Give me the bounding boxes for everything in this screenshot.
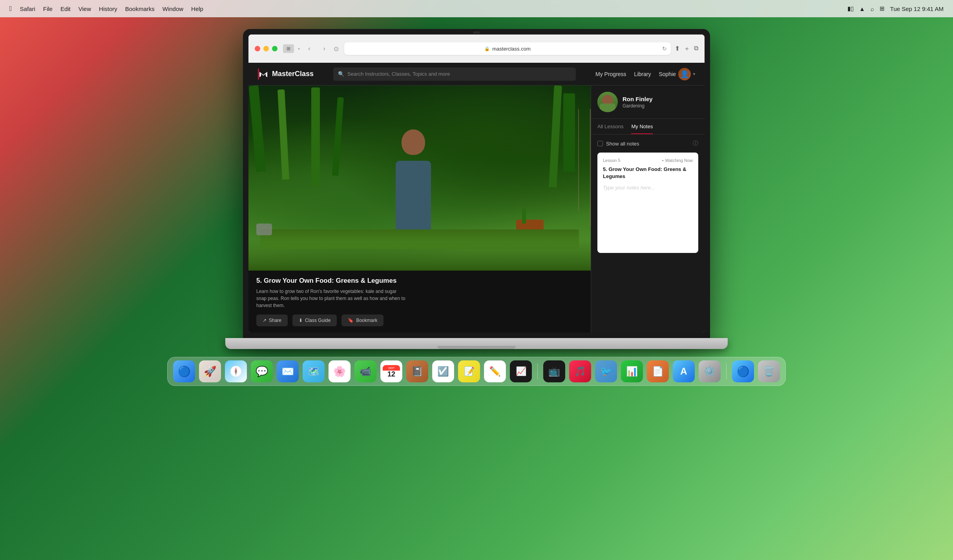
share-label: Share xyxy=(269,318,281,323)
info-icon[interactable]: ⓘ xyxy=(693,140,698,147)
panel-tabs: All Lessons My Notes xyxy=(591,119,705,135)
person-arm-right xyxy=(407,184,431,202)
dock-apple-tv[interactable]: 📺 xyxy=(543,360,565,382)
class-guide-button[interactable]: ⬇ Class Guide xyxy=(292,315,337,326)
plant-3 xyxy=(563,93,575,172)
dock-notes-app[interactable]: 📓 xyxy=(406,360,428,382)
video-info-bar: 5. Grow Your Own Food: Greens & Legumes … xyxy=(248,271,591,333)
window-controls xyxy=(255,46,278,51)
mc-logo-icon xyxy=(258,69,269,80)
menubar:  Safari File Edit View History Bookmark… xyxy=(0,0,953,17)
foreground-plants xyxy=(248,239,591,271)
dock-music[interactable]: 🎵 xyxy=(569,360,591,382)
fullscreen-button[interactable] xyxy=(272,46,278,51)
instructor-info: Ron Finley Gardening xyxy=(623,96,653,109)
menu-edit[interactable]: Edit xyxy=(60,5,71,12)
forward-button[interactable]: › xyxy=(319,43,330,54)
dock-numbers[interactable]: 📊 xyxy=(621,360,643,382)
dock-photos[interactable]: 🌸 xyxy=(329,360,351,382)
menubar-left:  Safari File Edit View History Bookmark… xyxy=(9,5,203,13)
library-link[interactable]: Library xyxy=(634,71,651,77)
dock-stocks[interactable]: 📈 xyxy=(510,360,532,382)
dock-finder[interactable]: 🔵 xyxy=(173,360,195,382)
share-button[interactable]: ↗ Share xyxy=(256,315,288,326)
user-avatar: 👤 xyxy=(678,68,691,80)
video-title: 5. Grow Your Own Food: Greens & Legumes xyxy=(256,277,583,285)
masterclass-logo[interactable]: MasterClass xyxy=(258,69,314,80)
laptop-base xyxy=(225,338,728,349)
user-chevron-icon: ▾ xyxy=(693,72,695,76)
dock-facetime[interactable]: 📹 xyxy=(354,360,376,382)
menu-help[interactable]: Help xyxy=(191,5,203,12)
battery-icon: ▮▯ xyxy=(847,5,854,12)
instructor-header: Ron Finley Gardening xyxy=(591,85,705,119)
masterclass-nav: MasterClass 🔍 Search Instructors, Classe… xyxy=(248,63,705,85)
dock-social-app[interactable]: 🐦 xyxy=(595,360,617,382)
menu-view[interactable]: View xyxy=(79,5,91,12)
menubar-right: ▮▯ ▲ ⌕ ⊞ Tue Sep 12 9:41 AM xyxy=(847,5,944,12)
video-description: Learn how to grow two of Ron's favorite … xyxy=(256,288,405,309)
menu-history[interactable]: History xyxy=(99,5,117,12)
dock-mail[interactable]: ✉️ xyxy=(277,360,299,382)
note-card: Lesson 5 • Watching Now 5. Grow Your Own… xyxy=(597,153,698,253)
video-section: 5. Grow Your Own Food: Greens & Legumes … xyxy=(248,85,591,333)
dock-freeform[interactable]: ✏️ xyxy=(484,360,506,382)
close-button[interactable] xyxy=(255,46,260,51)
show-all-checkbox[interactable] xyxy=(597,141,603,146)
my-progress-link[interactable]: My Progress xyxy=(595,71,626,77)
note-lesson-title: 5. Grow Your Own Food: Greens & Legumes xyxy=(603,166,693,180)
note-card-header: Lesson 5 • Watching Now xyxy=(603,158,693,163)
menu-file[interactable]: File xyxy=(43,5,53,12)
dock-system-preferences[interactable]: ⚙️ xyxy=(699,360,721,382)
dock-messages[interactable]: 💬 xyxy=(251,360,273,382)
url-bar[interactable]: 🔒 masterclass.com ↻ xyxy=(344,42,671,55)
dock-pages[interactable]: 📄 xyxy=(647,360,669,382)
screen-inner: ⊞ ▾ ‹ › ⊙ 🔒 masterclass.com ↻ ⬆ xyxy=(248,35,705,333)
user-menu[interactable]: Sophie 👤 ▾ xyxy=(659,68,695,80)
bookmark-button[interactable]: 🔖 Bookmark xyxy=(341,315,383,326)
dock-trash[interactable]: 🗑️ xyxy=(758,360,780,382)
share-icon[interactable]: ⬆ xyxy=(675,45,680,53)
dock-safari[interactable] xyxy=(225,360,247,382)
share-arrow-icon: ↗ xyxy=(263,318,267,323)
dock-calendar[interactable]: SEP 12 xyxy=(380,360,402,382)
tab-my-notes[interactable]: My Notes xyxy=(631,119,653,134)
tab-all-lessons[interactable]: All Lessons xyxy=(597,119,623,134)
dock: 🔵 🚀 💬 ✉️ 🗺️ 🌸 📹 SEP 12 📓 xyxy=(167,357,786,386)
search-bar[interactable]: 🔍 Search Instructors, Classes, Topics an… xyxy=(333,67,576,81)
masterclass-brand-name[interactable]: MasterClass xyxy=(272,70,314,78)
apple-menu[interactable]:  xyxy=(9,5,12,13)
nav-right: My Progress Library Sophie 👤 ▾ xyxy=(595,68,695,80)
tabs-icon[interactable]: ⧉ xyxy=(694,45,698,53)
video-actions: ↗ Share ⬇ Class Guide 🔖 Bookmark xyxy=(256,315,583,326)
dock-maps[interactable]: 🗺️ xyxy=(303,360,325,382)
dock-launchpad[interactable]: 🚀 xyxy=(199,360,221,382)
back-button[interactable]: ‹ xyxy=(304,43,315,54)
video-frame[interactable] xyxy=(248,85,591,271)
show-all-notes-row: Show all notes ⓘ xyxy=(597,140,698,147)
dock-screen-time[interactable]: 🔵 xyxy=(732,360,754,382)
watching-dot-icon: • xyxy=(662,158,664,163)
chevron-down-icon[interactable]: ▾ xyxy=(298,47,300,51)
clock: Tue Sep 12 9:41 AM xyxy=(890,5,944,12)
menu-window[interactable]: Window xyxy=(162,5,183,12)
reload-icon[interactable]: ↻ xyxy=(662,45,667,52)
dock-app-store[interactable]: A xyxy=(673,360,695,382)
pot-plant xyxy=(522,208,526,224)
minimize-button[interactable] xyxy=(263,46,269,51)
search-icon: 🔍 xyxy=(338,71,344,77)
url-text[interactable]: masterclass.com xyxy=(492,46,531,52)
tab-switcher[interactable]: ⊞ xyxy=(283,44,294,53)
control-center-icon[interactable]: ⊞ xyxy=(880,5,885,12)
dock-reminders[interactable]: ☑️ xyxy=(432,360,454,382)
menu-safari[interactable]: Safari xyxy=(20,5,35,12)
privacy-icon: ⊙ xyxy=(334,45,339,53)
dock-divider-2 xyxy=(726,364,727,379)
new-tab-icon[interactable]: ＋ xyxy=(684,45,690,53)
note-text-input[interactable]: Type your notes here... xyxy=(603,185,693,247)
search-icon[interactable]: ⌕ xyxy=(871,5,874,12)
menu-bookmarks[interactable]: Bookmarks xyxy=(125,5,155,12)
instructor-body xyxy=(600,104,615,112)
dock-stickies[interactable]: 📝 xyxy=(458,360,480,382)
watching-label: Watching Now xyxy=(665,158,693,163)
